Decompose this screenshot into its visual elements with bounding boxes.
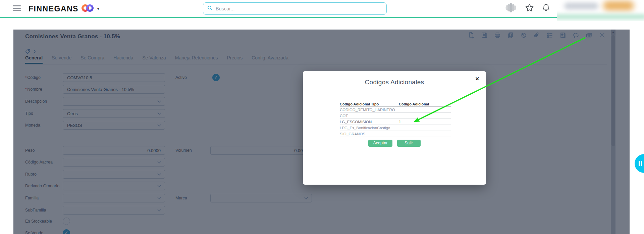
moneda-select[interactable]: PESOS — [63, 121, 165, 130]
descripcion-select[interactable] — [63, 97, 165, 106]
page: FINNEGANS ▾ — [0, 0, 644, 234]
accent-divider — [0, 17, 558, 18]
scroll-up-arrow[interactable]: ▲ — [611, 30, 615, 35]
nombre-label: *Nombre — [25, 85, 42, 94]
volumen-field-wrap — [210, 146, 312, 155]
table-row[interactable]: LPG_Es_BonificacionCastigo — [340, 125, 451, 131]
tab-maneja-retenciones[interactable]: Maneja Retenciones — [175, 55, 218, 64]
chevron-down-icon — [157, 184, 162, 188]
peso-input[interactable] — [63, 146, 165, 154]
chevron-down-icon — [157, 124, 162, 127]
se-vende-checkbox[interactable] — [63, 229, 70, 234]
comment-icon[interactable] — [573, 32, 579, 39]
save-icon[interactable] — [481, 32, 488, 39]
scrollbar-thumb[interactable] — [611, 35, 615, 146]
tab-se-compra[interactable]: Se Compra — [80, 55, 104, 64]
chevron-down-icon — [157, 208, 162, 212]
rubro-label: Rubro — [25, 170, 37, 179]
aceptar-button[interactable]: Aceptar — [368, 140, 392, 147]
codigos-adicionales-dialog: Codigos Adicionales ✕ Codigo Adicional T… — [303, 71, 486, 185]
nombre-input[interactable] — [63, 85, 165, 93]
app-header: FINNEGANS ▾ — [0, 0, 644, 17]
tab-se-vende[interactable]: Se vende — [52, 55, 71, 64]
tag-icon[interactable] — [25, 49, 30, 55]
tipo-select[interactable]: Otros — [63, 109, 165, 118]
marca-label: Marca — [175, 194, 187, 202]
familia-label: Familia — [25, 194, 39, 202]
chevron-down-icon — [157, 112, 162, 115]
chevron-down-icon — [157, 196, 162, 200]
search-box[interactable] — [203, 2, 387, 15]
history-icon[interactable] — [520, 32, 527, 39]
activo-checkbox[interactable] — [212, 74, 220, 81]
derivado-granario-label: Derivado Granario — [25, 182, 59, 190]
chevron-down-icon[interactable]: ▾ — [97, 7, 99, 11]
redacted-user-area — [557, 0, 644, 21]
star-icon[interactable] — [525, 3, 534, 13]
dialog-title: Codigos Adicionales — [303, 79, 486, 86]
table-row[interactable]: CODIGO_REMITO_HARINERO — [340, 107, 451, 113]
page-title: Comisiones Venta Granos - 10.5% — [25, 33, 120, 40]
tab-bar: General Se vende Se Compra Hacienda Se V… — [25, 55, 288, 64]
tab-general[interactable]: General — [25, 55, 43, 64]
codigo-aacrea-label: Código Aacrea — [25, 158, 53, 167]
tabs-divider — [25, 64, 607, 64]
es-stockeable-checkbox[interactable] — [63, 218, 70, 225]
table-row[interactable]: SIO_GRANOS — [340, 131, 451, 137]
rubro-select[interactable] — [63, 170, 165, 179]
close-window-icon[interactable] — [599, 32, 605, 39]
activo-label: Activo — [175, 73, 187, 82]
redacted-company-name — [564, 3, 598, 9]
window-toolbar — [468, 32, 605, 39]
title-divider — [25, 44, 607, 44]
descripcion-label: Descripción — [25, 97, 47, 106]
column-header-tipo: Codigo Adicional Tipo — [340, 102, 399, 106]
subfamilia-label: SubFamilia — [25, 206, 46, 215]
new-document-icon[interactable] — [468, 32, 475, 39]
chevron-right-icon[interactable] — [33, 49, 36, 55]
window-scrollbar[interactable]: ▲ — [611, 30, 615, 234]
redacted-strip — [557, 14, 644, 19]
search-input[interactable] — [216, 6, 382, 11]
derivado-granario-select[interactable] — [63, 182, 165, 190]
es-stockeable-label: Es Stockeable — [25, 217, 52, 226]
pause-floating-button[interactable] — [635, 154, 644, 173]
assistant-icon[interactable] — [505, 2, 517, 15]
subfamilia-select[interactable] — [63, 206, 165, 215]
checklist-icon[interactable] — [546, 32, 553, 39]
salir-button[interactable]: Salir — [397, 140, 421, 147]
codigo-label: *Código — [25, 73, 41, 82]
print-icon[interactable] — [494, 32, 501, 39]
attachment-icon[interactable] — [533, 32, 540, 39]
chevron-down-icon — [157, 173, 162, 176]
tab-se-valoriza[interactable]: Se Valoriza — [142, 55, 166, 64]
codigo-aacrea-select[interactable] — [63, 158, 165, 167]
chevron-down-icon — [304, 196, 309, 200]
pause-icon — [639, 161, 640, 166]
report-icon[interactable] — [559, 32, 566, 39]
tab-config-avanzada[interactable]: Config. Avanzada — [252, 55, 288, 64]
infinity-logo-icon — [81, 3, 94, 14]
tipo-label: Tipo — [25, 109, 33, 118]
codigo-input[interactable] — [63, 74, 165, 82]
tab-precios[interactable]: Precios — [227, 55, 243, 64]
table-row[interactable]: COT — [340, 113, 451, 119]
copy-icon[interactable] — [507, 32, 514, 39]
app-logo[interactable]: FINNEGANS ▾ — [29, 3, 99, 14]
chevron-down-icon — [157, 160, 162, 164]
tab-hacienda[interactable]: Hacienda — [113, 55, 133, 64]
additional-codes-icon[interactable] — [586, 32, 592, 39]
familia-select[interactable] — [63, 194, 165, 202]
dialog-close-icon[interactable]: ✕ — [475, 76, 479, 82]
marca-select[interactable] — [210, 194, 312, 202]
redacted-avatar — [603, 1, 634, 10]
menu-icon[interactable] — [13, 5, 21, 11]
codes-table: Codigo Adicional Tipo Codigo Adicional C… — [340, 101, 451, 137]
moneda-label: Moneda — [25, 121, 40, 130]
logo-text: FINNEGANS — [29, 4, 78, 13]
nombre-field-wrap — [63, 85, 165, 94]
volumen-input[interactable] — [211, 146, 312, 154]
bell-icon[interactable] — [542, 3, 550, 13]
table-row[interactable]: LG_ESCOMISION 1 — [340, 119, 451, 125]
se-vende-label: Se Vende — [25, 229, 43, 234]
